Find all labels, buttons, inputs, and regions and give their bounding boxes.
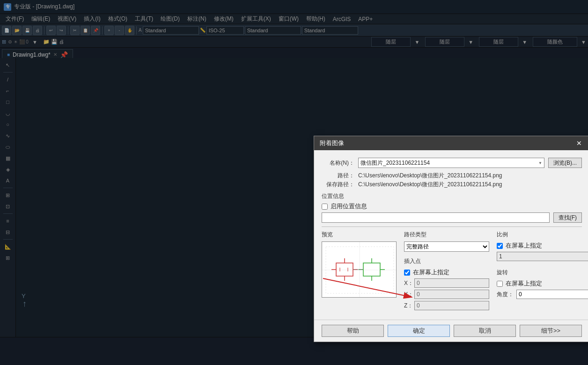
scale-on-screen-checkbox[interactable] [497,243,503,249]
y-label: Y： [404,291,412,299]
save-path-label: 保存路径： [322,181,354,189]
find-input[interactable] [322,212,550,223]
dialog-body: 名称(N)： 微信图片_20231106221154 浏览(B)... 路径： … [314,150,588,320]
three-col-layout: 预览 [322,231,582,312]
x-row: X： [404,278,489,288]
help-button[interactable]: 帮助 [322,325,384,337]
scale-value-row [497,252,588,261]
x-input[interactable] [414,278,489,288]
enable-position-label: 启用位置信息 [331,202,367,211]
angle-row: 角度： [497,290,588,299]
enable-position-row: 启用位置信息 [322,202,582,211]
scale-title: 比例 [497,231,588,239]
rotation-title: 旋转 [497,269,588,277]
dialog-footer: 帮助 确定 取消 细节>> [314,320,588,342]
angle-label: 角度： [497,291,514,299]
rotation-on-screen-checkbox[interactable] [497,281,503,287]
path-value: C:\Users\lenovo\Desktop\微信图片_20231106221… [358,172,502,180]
confirm-button[interactable]: 确定 [388,325,450,337]
svg-rect-3 [336,263,353,276]
preview-area [322,241,397,298]
save-path-row: 保存路径： C:\Users\lenovo\Desktop\微信图片_20231… [322,181,582,189]
name-label: 名称(N)： [322,159,354,167]
dialog-title: 附着图像 [320,139,344,147]
scale-on-screen-row: 在屏幕上指定 [497,241,588,250]
path-type-select-wrapper: 完整路径 相对路径 无路径 [404,241,489,252]
z-input[interactable] [414,301,489,310]
scale-input[interactable] [497,252,588,261]
path-row: 路径： C:\Users\lenovo\Desktop\微信图片_2023110… [322,172,582,180]
rotation-on-screen-label: 在屏幕上指定 [506,279,542,288]
find-row: 查找(F) [322,212,582,223]
preview-svg [322,242,397,298]
enable-position-checkbox[interactable] [322,204,328,210]
attach-image-dialog: 附着图像 ✕ 名称(N)： 微信图片_20231106221154 浏览(B).… [314,136,588,342]
y-row: Y： [404,290,489,299]
rotation-on-screen-row: 在屏幕上指定 [497,279,588,288]
preview-section: 预览 [322,231,397,312]
section-divider [322,226,582,227]
insert-on-screen-checkbox[interactable] [404,270,410,276]
insert-point-title: 插入点 [404,257,489,265]
detail-button[interactable]: 细节>> [520,325,582,337]
name-select[interactable]: 微信图片_20231106221154 [358,158,544,168]
y-input[interactable] [414,290,489,299]
z-label: Z： [404,302,412,310]
find-button[interactable]: 查找(F) [553,212,582,223]
angle-input[interactable] [516,290,588,299]
preview-title: 预览 [322,231,397,239]
name-value: 微信图片_20231106221154 [360,159,430,167]
cancel-button[interactable]: 取消 [454,325,516,337]
dialog-title-bar: 附着图像 ✕ [314,136,588,150]
save-path-value: C:\Users\lenovo\Desktop\微信图片_20231106221… [358,181,502,189]
browse-button[interactable]: 浏览(B)... [548,158,582,168]
scale-on-screen-label: 在屏幕上指定 [506,241,542,250]
svg-rect-8 [363,263,380,276]
z-row: Z： [404,301,489,310]
path-type-title: 路径类型 [404,231,489,239]
x-label: X： [404,279,412,287]
middle-col: 路径类型 完整路径 相对路径 无路径 插入点 在屏幕上指定 X： [404,231,489,312]
position-section-title: 位置信息 [322,192,582,200]
insert-on-screen-row: 在屏幕上指定 [404,268,489,277]
right-col: 比例 在屏幕上指定 旋转 在屏幕上指定 角度： [497,231,588,312]
path-label: 路径： [322,172,354,180]
dialog-close-btn[interactable]: ✕ [574,139,584,148]
insert-on-screen-label: 在屏幕上指定 [413,268,449,277]
path-type-select[interactable]: 完整路径 相对路径 无路径 [404,241,489,252]
name-row: 名称(N)： 微信图片_20231106221154 浏览(B)... [322,158,582,168]
